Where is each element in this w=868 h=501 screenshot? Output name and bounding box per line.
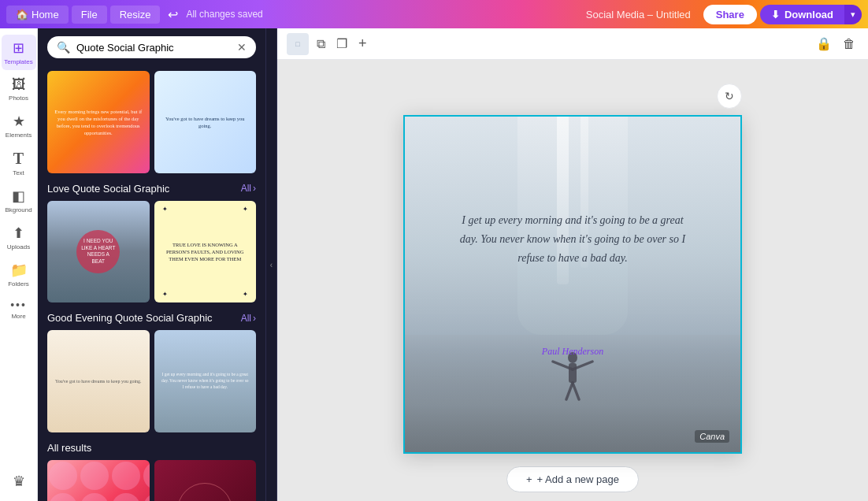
sidebar-item-more[interactable]: ••• More bbox=[2, 294, 36, 325]
all-results-title: All results bbox=[47, 442, 91, 454]
search-header: 🔍 ✕ bbox=[38, 28, 265, 65]
home-icon: 🏠 bbox=[16, 9, 28, 20]
quote-author: Paul Henderson bbox=[542, 346, 603, 358]
add-page-button[interactable]: + + Add a new page bbox=[506, 466, 639, 492]
photos-icon: 🖼 bbox=[12, 76, 26, 93]
elements-label: Elements bbox=[6, 132, 32, 139]
canvas-area: □ ⧉ ❐ + 🔒 🗑 ↻ bbox=[277, 28, 868, 501]
all-results-card-1[interactable]: and so the adventure bbox=[47, 460, 150, 502]
circle-overlay: I NEED YOU LIKE A HEART NEEDS A BEAT bbox=[76, 230, 120, 273]
uploads-icon: ⬆ bbox=[13, 225, 24, 242]
collapse-icon: ‹ bbox=[270, 261, 273, 269]
love-quote-section-header: Love Quote Social Graphic All › bbox=[47, 183, 256, 195]
share-button[interactable]: Share bbox=[703, 5, 757, 24]
good-evening-card-1[interactable]: You've got to have dreams to keep you go… bbox=[47, 330, 150, 432]
home-label: Home bbox=[32, 9, 59, 20]
elements-icon: ★ bbox=[13, 113, 25, 130]
main-layout: ⊞ Templates 🖼 Photos ★ Elements T Text ◧… bbox=[0, 28, 868, 501]
quote-text: I get up every morning and it's going to… bbox=[454, 211, 691, 267]
undo-icon: ↩ bbox=[168, 7, 178, 22]
folders-label: Folders bbox=[8, 280, 29, 288]
text-icon: T bbox=[13, 150, 24, 168]
folders-icon: 📁 bbox=[10, 262, 28, 279]
templates-icon: ⊞ bbox=[13, 39, 24, 57]
sidebar-item-text[interactable]: T Text bbox=[2, 145, 36, 181]
good-evening-all-button[interactable]: All › bbox=[241, 313, 256, 324]
panel-content: Every morning brings new potential, but … bbox=[38, 65, 265, 501]
sidebar-item-background[interactable]: ◧ Bkground bbox=[2, 183, 36, 218]
all-results-grid: and so the adventure ✿ bbox=[47, 460, 256, 502]
add-page-label: + Add a new page bbox=[537, 473, 619, 485]
good-evening-title: Good Evening Quote Social Graphic bbox=[47, 312, 213, 324]
sidebar-item-uploads[interactable]: ⬆ Uploads bbox=[2, 220, 36, 255]
all-results-card-2[interactable]: ✿ bbox=[154, 460, 257, 502]
love-quote-all-button[interactable]: All › bbox=[241, 183, 256, 194]
download-button[interactable]: ⬇ Download bbox=[760, 5, 844, 24]
star-decor-4: ✦ bbox=[243, 291, 248, 298]
canvas-toolbar-left: □ ⧉ ❐ + bbox=[287, 32, 370, 55]
sidebar-item-folders[interactable]: 📁 Folders bbox=[2, 257, 36, 292]
design-canvas[interactable]: I get up every morning and it's going to… bbox=[403, 115, 742, 454]
template-card-2[interactable]: You've got to have dreams to keep you go… bbox=[154, 71, 257, 173]
search-bar: 🔍 ✕ bbox=[47, 36, 256, 58]
download-group: ⬇ Download ▾ bbox=[760, 5, 862, 24]
canvas-toolbar-right: 🔒 🗑 bbox=[813, 33, 859, 54]
download-label: Download bbox=[785, 9, 833, 20]
panel-collapse-handle[interactable]: ‹ bbox=[266, 28, 277, 501]
top-results-grid: Every morning brings new potential, but … bbox=[47, 71, 256, 173]
sidebar-item-photos[interactable]: 🖼 Photos bbox=[2, 72, 36, 106]
undo-button[interactable]: ↩ bbox=[163, 4, 183, 25]
home-button[interactable]: 🏠 Home bbox=[6, 6, 69, 24]
lock-button[interactable]: 🔒 bbox=[813, 33, 835, 54]
file-label: File bbox=[81, 9, 98, 20]
templates-label: Templates bbox=[4, 58, 32, 65]
canvas-copy-button[interactable]: ⧉ bbox=[313, 34, 328, 54]
refresh-button[interactable]: ↻ bbox=[717, 84, 742, 109]
more-label: More bbox=[11, 313, 25, 320]
more-icon: ••• bbox=[10, 299, 27, 311]
save-status: All changes saved bbox=[186, 9, 262, 20]
template-card-1[interactable]: Every morning brings new potential, but … bbox=[47, 71, 150, 173]
canvas-add-button[interactable]: + bbox=[355, 32, 370, 55]
photos-label: Photos bbox=[9, 95, 28, 102]
love-quote-card-1[interactable]: I NEED YOU LIKE A HEART NEEDS A BEAT bbox=[47, 201, 150, 303]
svg-line-4 bbox=[566, 383, 573, 399]
resize-button[interactable]: Resize bbox=[110, 6, 161, 24]
search-panel: 🔍 ✕ Every morning brings new potential, … bbox=[38, 28, 266, 501]
good-evening-card-2[interactable]: I get up every morning and it's going to… bbox=[154, 330, 257, 432]
search-input[interactable] bbox=[76, 42, 231, 54]
chevron-right-icon-2: › bbox=[253, 313, 256, 324]
top-nav: 🏠 Home File Resize ↩ All changes saved S… bbox=[0, 0, 868, 28]
love-quote-title: Love Quote Social Graphic bbox=[47, 183, 169, 195]
love-quote-card-2[interactable]: ✦ ✦ ✦ ✦ TRUE LOVE IS KNOWING A PERSON'S … bbox=[154, 201, 257, 303]
canvas-action-bar: ↻ bbox=[403, 84, 742, 109]
search-icon: 🔍 bbox=[57, 41, 70, 54]
download-icon: ⬇ bbox=[771, 9, 780, 20]
chevron-right-icon: › bbox=[253, 183, 256, 194]
sidebar-item-crown[interactable]: ♛ bbox=[2, 468, 36, 495]
document-title: Social Media – Untitled bbox=[586, 9, 691, 20]
page-thumbnail: □ bbox=[287, 33, 309, 55]
star-decor-3: ✦ bbox=[162, 291, 168, 298]
background-label: Bkground bbox=[5, 206, 32, 213]
uploads-label: Uploads bbox=[7, 243, 30, 250]
good-evening-section-header: Good Evening Quote Social Graphic All › bbox=[47, 312, 256, 324]
background-icon: ◧ bbox=[12, 187, 25, 205]
svg-rect-1 bbox=[569, 363, 577, 383]
svg-line-5 bbox=[573, 383, 579, 399]
download-chevron-button[interactable]: ▾ bbox=[844, 5, 862, 24]
crown-icon: ♛ bbox=[13, 473, 25, 490]
canva-watermark: Canva bbox=[695, 430, 729, 443]
sidebar-item-elements[interactable]: ★ Elements bbox=[2, 108, 36, 143]
add-page-icon: + bbox=[526, 473, 532, 485]
star-decor: ✦ bbox=[162, 206, 168, 213]
resize-label: Resize bbox=[120, 9, 151, 20]
file-button[interactable]: File bbox=[72, 6, 107, 24]
text-label: Text bbox=[13, 169, 24, 176]
sidebar-item-templates[interactable]: ⊞ Templates bbox=[2, 35, 36, 70]
canvas-duplicate-button[interactable]: ❐ bbox=[333, 33, 351, 54]
star-decor-2: ✦ bbox=[243, 206, 248, 213]
icon-sidebar: ⊞ Templates 🖼 Photos ★ Elements T Text ◧… bbox=[0, 28, 38, 501]
search-clear-button[interactable]: ✕ bbox=[237, 41, 247, 54]
delete-button[interactable]: 🗑 bbox=[840, 34, 859, 54]
